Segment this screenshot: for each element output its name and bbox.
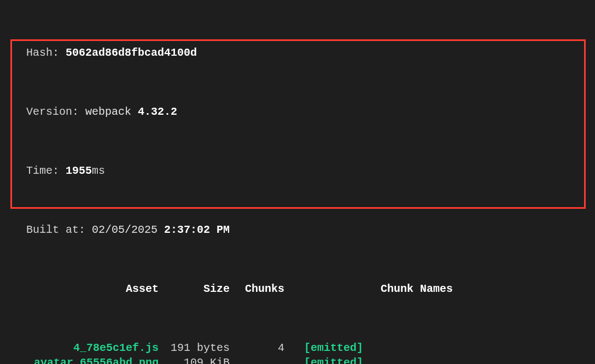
assets-table: 4_78e5c1ef.js191 bytes4[emitted]avatar_6… <box>0 340 595 364</box>
asset-chunk-name <box>371 355 595 364</box>
hash-label: Hash: <box>26 46 66 59</box>
terminal-output: Hash: 5062ad86d8fbcad4100d Version: webp… <box>0 0 595 364</box>
header-spacer <box>294 281 371 296</box>
header-size: Size <box>168 281 240 296</box>
built-label: Built at: <box>26 224 92 236</box>
hash-line: Hash: 5062ad86d8fbcad4100d <box>0 45 595 60</box>
header-asset: Asset <box>26 281 168 296</box>
version-label: Version: <box>26 105 85 118</box>
time-unit: ms <box>92 165 105 177</box>
asset-header-row: Asset Size Chunks Chunk Names <box>0 281 595 296</box>
version-value: 4.32.2 <box>138 105 177 118</box>
version-line: Version: webpack 4.32.2 <box>0 104 595 119</box>
asset-size: 109 KiB <box>168 355 240 364</box>
asset-chunks: 4 <box>240 340 294 355</box>
built-time: 2:37:02 PM <box>164 224 230 236</box>
time-line: Time: 1955ms <box>0 163 595 178</box>
time-value: 1955 <box>66 165 92 177</box>
asset-status: [emitted] <box>294 340 371 355</box>
hash-value: 5062ad86d8fbcad4100d <box>66 46 197 59</box>
asset-chunk-name <box>371 340 595 355</box>
version-prefix: webpack <box>85 105 138 118</box>
asset-row: avatar_65556abd.png109 KiB[emitted] <box>0 355 595 364</box>
header-chunk-names: Chunk Names <box>371 281 595 296</box>
asset-row: 4_78e5c1ef.js191 bytes4[emitted] <box>0 340 595 355</box>
asset-chunks <box>240 355 294 364</box>
built-at-line: Built at: 02/05/2025 2:37:02 PM <box>0 222 595 237</box>
header-chunks: Chunks <box>240 281 294 296</box>
asset-name: avatar_65556abd.png <box>26 355 168 364</box>
built-date: 02/05/2025 <box>92 224 164 236</box>
asset-status: [emitted] <box>294 355 371 364</box>
time-label: Time: <box>26 165 66 177</box>
asset-name: 4_78e5c1ef.js <box>26 340 168 355</box>
asset-size: 191 bytes <box>168 340 240 355</box>
